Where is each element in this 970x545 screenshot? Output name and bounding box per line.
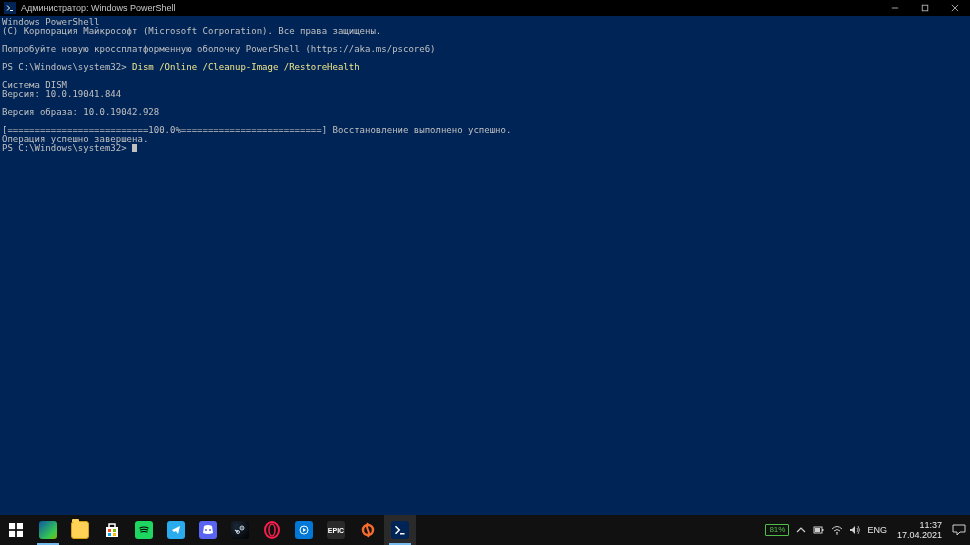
action-center-icon[interactable] [952, 523, 966, 537]
taskbar-groove[interactable] [288, 515, 320, 545]
clock[interactable]: 11:37 17.04.2021 [893, 520, 946, 540]
svg-rect-11 [113, 533, 116, 536]
minimize-button[interactable] [880, 0, 910, 16]
powershell-taskbar-icon [391, 521, 409, 539]
taskbar-telegram[interactable] [160, 515, 192, 545]
groove-music-icon [295, 521, 313, 539]
svg-rect-6 [9, 531, 15, 537]
terminal-header-2: (C) Корпорация Майкрософт (Microsoft Cor… [2, 26, 381, 36]
volume-icon[interactable] [849, 524, 861, 536]
discord-icon [199, 521, 217, 539]
svg-point-26 [837, 533, 839, 535]
image-version: Версия образа: 10.0.19042.928 [2, 107, 159, 117]
close-button[interactable] [940, 0, 970, 16]
taskbar-origin[interactable] [352, 515, 384, 545]
svg-rect-5 [17, 523, 23, 529]
power-icon[interactable] [813, 524, 825, 536]
clock-time: 11:37 [897, 520, 942, 530]
opera-gx-icon [263, 521, 281, 539]
clock-date: 17.04.2021 [897, 530, 942, 540]
taskbar-powershell[interactable] [384, 515, 416, 545]
powershell-icon [4, 2, 16, 14]
microsoft-store-icon [103, 521, 121, 539]
language-indicator[interactable]: ENG [867, 525, 887, 535]
terminal-command: Dism /Online /Cleanup-Image /RestoreHeal… [132, 62, 360, 72]
terminal-prompt-1: PS C:\Windows\system32> [2, 62, 132, 72]
maximize-button[interactable] [910, 0, 940, 16]
start-button[interactable] [0, 515, 32, 545]
edge-icon [39, 521, 57, 539]
taskbar-store[interactable] [96, 515, 128, 545]
svg-rect-1 [922, 5, 928, 11]
svg-rect-7 [17, 531, 23, 537]
taskbar-explorer[interactable] [64, 515, 96, 545]
taskbar-edge[interactable] [32, 515, 64, 545]
taskbar-steam[interactable] [224, 515, 256, 545]
svg-rect-4 [9, 523, 15, 529]
svg-point-12 [205, 529, 207, 531]
spotify-icon [135, 521, 153, 539]
svg-rect-9 [113, 529, 116, 532]
taskbar-epic[interactable]: EPIC [320, 515, 352, 545]
battery-indicator[interactable]: 81% [765, 524, 789, 536]
steam-icon [231, 521, 249, 539]
taskbar-discord[interactable] [192, 515, 224, 545]
svg-rect-24 [822, 529, 824, 531]
taskbar-opera[interactable] [256, 515, 288, 545]
telegram-icon [167, 521, 185, 539]
window-title: Администратор: Windows PowerShell [21, 3, 175, 13]
svg-point-20 [269, 524, 275, 536]
epic-games-icon: EPIC [327, 521, 345, 539]
titlebar[interactable]: Администратор: Windows PowerShell [0, 0, 970, 16]
svg-rect-8 [108, 529, 111, 532]
dism-line-2: Версия: 10.0.19041.844 [2, 89, 121, 99]
svg-rect-25 [815, 528, 820, 532]
wifi-icon[interactable] [831, 524, 843, 536]
file-explorer-icon [71, 521, 89, 539]
windows-logo-icon [7, 521, 25, 539]
taskbar: EPIC 81% ENG 11:37 17.04.2021 [0, 515, 970, 545]
svg-rect-10 [108, 533, 111, 536]
terminal-try-pscore: Попробуйте новую кроссплатформенную обол… [2, 44, 435, 54]
terminal-output[interactable]: Windows PowerShell (C) Корпорация Майкро… [0, 16, 970, 515]
terminal-prompt-2: PS C:\Windows\system32> [2, 143, 132, 153]
svg-point-16 [241, 527, 243, 529]
tray-chevron-icon[interactable] [795, 524, 807, 536]
svg-point-13 [209, 529, 211, 531]
origin-icon [359, 521, 377, 539]
terminal-cursor [132, 144, 137, 152]
powershell-window: Администратор: Windows PowerShell Window… [0, 0, 970, 515]
taskbar-spotify[interactable] [128, 515, 160, 545]
